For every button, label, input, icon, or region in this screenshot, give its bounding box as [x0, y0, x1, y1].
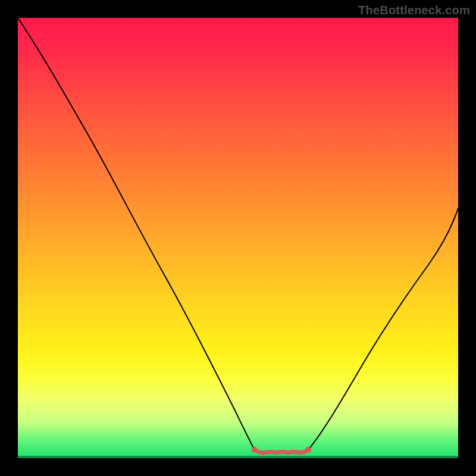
curve-overlay — [18, 18, 458, 458]
chart-stage: TheBottleneck.com — [0, 0, 476, 476]
trough-left-dot — [252, 447, 258, 453]
left-curve — [18, 18, 255, 450]
trough-right-dot — [305, 447, 311, 453]
trough-marker — [255, 450, 308, 453]
watermark-text: TheBottleneck.com — [358, 4, 470, 17]
right-curve — [308, 208, 458, 450]
